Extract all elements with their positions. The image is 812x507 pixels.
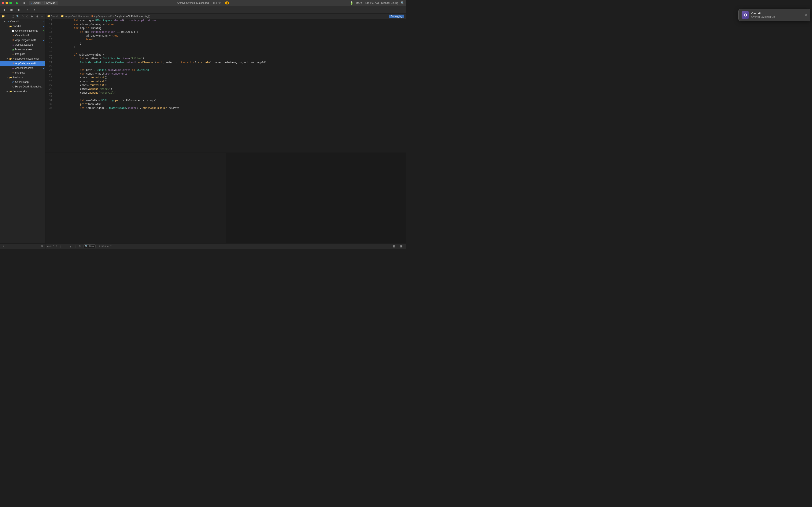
nav-item-helper-group[interactable]: ▼ 📂 HelperOverkillLauncher	[0, 56, 45, 61]
nav-item-overkill-group[interactable]: ▼ 📂 Overkill M	[0, 24, 45, 29]
line-content-14: alreadyRunning = true	[54, 34, 406, 38]
code-line-27: 27 comps.removeLast()	[45, 83, 406, 88]
line-number-11: 11	[45, 23, 54, 26]
badge-appdelegate-overkill: M	[43, 39, 44, 41]
nav-label-overkill-group: Overkill	[13, 25, 42, 28]
minimize-button[interactable]	[5, 2, 8, 4]
tab-issues-icon[interactable]: ⚠	[21, 14, 25, 18]
tab-symbols-icon[interactable]: { }	[11, 14, 15, 18]
warning-badge[interactable]: 4	[225, 1, 229, 4]
nav-item-overkill-app[interactable]: ▶ ⬡ Overkill.app	[0, 80, 45, 84]
filter-button[interactable]: ⊟	[40, 244, 44, 248]
tab-find-icon[interactable]: 🔍	[16, 14, 20, 18]
line-number-13: 13	[45, 31, 54, 34]
nav-item-products-group[interactable]: ▼ 📂 Products	[0, 75, 45, 80]
disclosure-products: ▼	[6, 76, 8, 78]
titlebar: ▶ ■ ● Overkill › My Mac › Archive Overki…	[0, 0, 406, 6]
line-content-30	[54, 95, 406, 99]
xcassets-icon-helper: ◈	[12, 66, 14, 69]
breadcrumb-file[interactable]: S AppDelegate.swift	[91, 15, 112, 17]
code-editor[interactable]: 10 let running = NSWorkspace.shared().ru…	[45, 19, 406, 153]
scheme-selector[interactable]: ● Overkill › My Mac ›	[29, 1, 58, 5]
plist-icon-overkill: ≡	[12, 53, 14, 56]
debug-variables-panel	[45, 153, 226, 243]
nav-item-frameworks-group[interactable]: ▶ 📁 Frameworks	[0, 89, 45, 94]
nav-badge-overkill: M	[43, 20, 44, 23]
run-button[interactable]: ▶	[14, 1, 20, 5]
line-number-18: 18	[45, 49, 54, 53]
nav-item-assets-overkill[interactable]: ▶ ◈ Assets.xcassets	[0, 43, 45, 47]
tab-breakpoints-icon[interactable]: ◉	[35, 14, 39, 18]
nav-label-appdelegate-overkill: AppDelegate.swift	[15, 39, 42, 42]
breadcrumb-helper[interactable]: 📁 HelperOverkillLauncher	[61, 15, 89, 17]
debug-nav-up[interactable]: ↑	[63, 244, 67, 249]
build-time: 18.670s	[213, 2, 221, 4]
line-content-29: comps.append("Overkill")	[54, 91, 406, 95]
line-number-22: 22	[45, 65, 54, 68]
scheme-name: Overkill	[33, 1, 41, 4]
nav-item-storyboard[interactable]: ▶ ▣ Main.storyboard	[0, 47, 45, 52]
filter-input[interactable]: 🔍 Filter	[84, 244, 95, 248]
code-line-19: 19 if !alreadyRunning {	[45, 53, 406, 57]
all-output-label: All Output	[99, 245, 109, 247]
xcassets-icon-overkill: ◈	[12, 43, 14, 46]
nav-label-entitlements: Overkill.entitlements	[15, 30, 42, 32]
badge-appdelegate-helper: A	[43, 62, 44, 65]
main-toolbar: ◧ ▣ ◨ ‹ ›	[0, 6, 406, 13]
line-content-21: DistributedNotificationCenter.default.ad…	[54, 61, 406, 65]
nav-item-infoplist-overkill[interactable]: ▶ ≡ Info.plist	[0, 52, 45, 56]
clear-debug[interactable]: ⊗	[78, 244, 82, 249]
expand-button[interactable]: ⊞	[398, 244, 404, 249]
stop-button[interactable]: ■	[21, 1, 27, 5]
line-number-21: 21	[45, 61, 54, 65]
code-line-22: 22	[45, 65, 406, 68]
nav-back[interactable]: ‹	[25, 7, 31, 12]
nav-item-overkill-swift[interactable]: ▶ S Overkill.swift	[0, 33, 45, 38]
inspector-toggle[interactable]: ◨	[15, 7, 21, 12]
nav-item-appdelegate-overkill[interactable]: ▶ S AppDelegate.swift M	[0, 38, 45, 43]
entitlements-icon: 📄	[12, 30, 14, 32]
line-number-30: 30	[45, 95, 54, 99]
nav-item-entitlements[interactable]: ▶ 📄 Overkill.entitlements A	[0, 29, 45, 33]
traffic-lights	[2, 2, 12, 4]
tab-reports-icon[interactable]: ≡	[40, 14, 44, 18]
tab-source-control-icon[interactable]: ⎇	[6, 14, 10, 18]
disclosure-frameworks: ▶	[6, 90, 8, 93]
line-content-23: let path = Bundle.main.bundlePath as NSS…	[54, 68, 406, 72]
breadcrumb-overkill[interactable]: 📁 Overkill	[47, 15, 59, 17]
debug-toggle[interactable]: ▣	[8, 7, 14, 12]
nav-item-infoplist-helper[interactable]: ▶ ≡ Info.plist	[0, 70, 45, 75]
tab-debug-icon[interactable]: ▶	[30, 14, 34, 18]
nav-item-overkill-root[interactable]: ▶ 🗂 Overkill M	[0, 19, 45, 24]
breadcrumb-method[interactable]: ƒ applicationDidFinishLaunching(:)	[115, 15, 150, 17]
line-content-24: var comps = path.pathComponents	[54, 72, 406, 76]
split-view-button[interactable]: ⊟	[391, 244, 397, 249]
nav-item-assets-helper[interactable]: ▶ ◈ Assets.xcassets M	[0, 66, 45, 70]
debug-nav-down[interactable]: ↓	[69, 244, 72, 249]
line-content-16: }	[54, 42, 406, 46]
line-content-26: comps.removeLast()	[54, 80, 406, 83]
nav-item-helper-app[interactable]: ▶ ⬡ HelperOverkillLauncher.app	[0, 84, 45, 89]
nav-forward[interactable]: ›	[32, 7, 38, 12]
tab-tests-icon[interactable]: ◇	[26, 14, 30, 18]
battery-percent: 100%	[356, 1, 362, 4]
nav-item-appdelegate-helper[interactable]: ▶ S AppDelegate.swift A	[0, 61, 45, 66]
close-button[interactable]	[2, 2, 4, 4]
add-file-button[interactable]: +	[1, 244, 5, 248]
all-output-selector[interactable]: All Output ⌃	[99, 245, 112, 247]
nav-label-overkill-swift: Overkill.swift	[15, 34, 44, 37]
clock: Sat 4:03 AM	[365, 1, 379, 4]
auto-select[interactable]: Auto ⌃ ⇧	[47, 245, 57, 247]
debugging-tab[interactable]: Debugging	[389, 14, 404, 18]
titlebar-right: 🔋 100% Sat 4:03 AM Michael Chung 🔍	[350, 1, 404, 5]
search-icon[interactable]: 🔍	[401, 1, 404, 5]
line-number-12: 12	[45, 26, 54, 31]
file-navigator: ▶ 🗂 Overkill M ▼ 📂 Overkill M ▶ 📄 Overki…	[0, 19, 45, 243]
method-icon-bc: ƒ	[115, 15, 116, 17]
maximize-button[interactable]	[9, 2, 12, 4]
storyboard-icon: ▣	[12, 48, 14, 51]
editor-debug-container: 10 let running = NSWorkspace.shared().ru…	[45, 19, 406, 249]
nav-label-frameworks: Frameworks	[13, 90, 44, 93]
navigator-toggle[interactable]: ◧	[2, 7, 8, 12]
tab-folder-icon[interactable]: 📁	[1, 14, 5, 18]
